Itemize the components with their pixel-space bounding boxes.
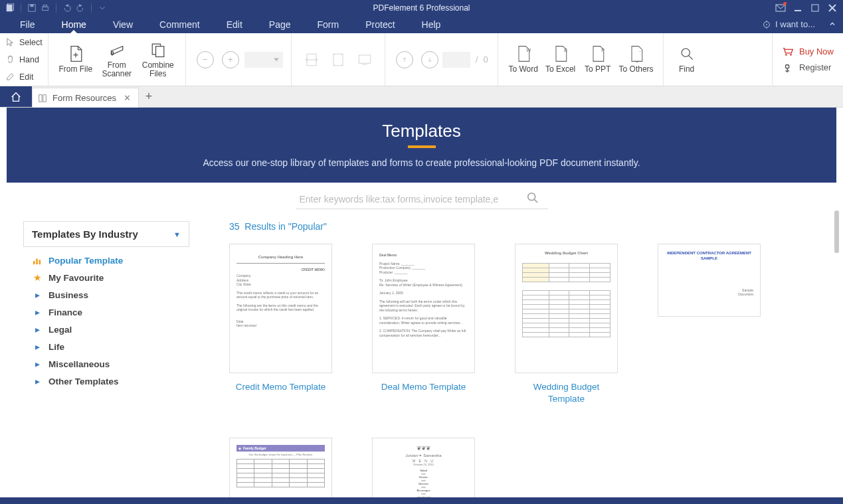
buy-label: Buy Now bbox=[799, 46, 834, 56]
svg-rect-34 bbox=[39, 94, 42, 102]
cat-finance[interactable]: ▸Finance bbox=[26, 303, 187, 321]
tab-form-resources[interactable]: Form Resources ✕ bbox=[32, 88, 139, 108]
svg-rect-35 bbox=[43, 94, 46, 102]
template-card[interactable]: ◆Family Budget Use this budget, keeps th… bbox=[229, 438, 332, 497]
menu-comment[interactable]: Comment bbox=[146, 15, 213, 33]
titlebar-save-icon[interactable] bbox=[27, 3, 37, 13]
template-card[interactable]: INDEPENDENT CONTRACTOR AGREEMENTSAMPLE S… bbox=[658, 244, 761, 404]
template-title: Deal Memo Template bbox=[372, 381, 475, 393]
triangle-icon: ▸ bbox=[33, 307, 42, 317]
popular-icon bbox=[33, 257, 42, 265]
template-card[interactable]: Company Heading Here CREDIT MEMO Company… bbox=[229, 244, 332, 404]
templates-by-industry-dropdown[interactable]: Templates By Industry ▼ bbox=[23, 221, 189, 247]
triangle-icon: ▸ bbox=[33, 324, 42, 335]
cat-business[interactable]: ▸Business bbox=[26, 286, 187, 303]
tab-close-icon[interactable]: ✕ bbox=[122, 93, 133, 103]
menu-form[interactable]: Form bbox=[304, 15, 353, 33]
cat-label: Legal bbox=[48, 325, 72, 335]
i-want-to-button[interactable]: I want to... bbox=[762, 19, 815, 29]
select-tool[interactable]: Select bbox=[5, 35, 43, 50]
template-thumb: Deal Memo Project Name: _______Productio… bbox=[372, 244, 475, 373]
search-input[interactable] bbox=[300, 194, 519, 205]
cat-other-templates[interactable]: ▸Other Templates bbox=[26, 373, 187, 390]
svg-line-30 bbox=[688, 56, 692, 60]
edit-tool[interactable]: Edit bbox=[5, 70, 43, 84]
prev-page-button bbox=[396, 51, 413, 68]
svg-point-29 bbox=[682, 49, 690, 57]
from-file-label: From File bbox=[58, 65, 92, 74]
mail-icon[interactable] bbox=[775, 3, 786, 13]
template-card[interactable]: ❦❦❦Jordan ❧ SamanthaM E N UOctober 23, 2… bbox=[372, 438, 475, 497]
cat-label: Popular Template bbox=[48, 256, 123, 266]
svg-text:W: W bbox=[526, 48, 531, 53]
svg-text:P: P bbox=[601, 48, 605, 53]
triangle-icon: ▸ bbox=[33, 359, 42, 369]
collapse-ribbon-icon[interactable] bbox=[828, 19, 836, 30]
titlebar-dropdown-icon[interactable] bbox=[98, 3, 107, 13]
home-tab-button[interactable] bbox=[0, 86, 32, 107]
edit-label: Edit bbox=[19, 72, 34, 82]
menu-edit[interactable]: Edit bbox=[213, 15, 256, 33]
titlebar-print-icon[interactable] bbox=[41, 3, 50, 13]
new-tab-button[interactable]: + bbox=[139, 86, 159, 107]
menu-view[interactable]: View bbox=[100, 15, 146, 33]
minimize-icon[interactable] bbox=[793, 3, 803, 13]
svg-text:E: E bbox=[564, 48, 567, 53]
close-icon[interactable] bbox=[827, 3, 838, 13]
svg-rect-40 bbox=[39, 260, 41, 264]
from-scanner-label: From Scanner bbox=[96, 61, 138, 78]
to-ppt-button[interactable]: PTo PPT bbox=[579, 37, 616, 83]
cat-label: Other Templates bbox=[48, 377, 119, 386]
cat-miscellaneous[interactable]: ▸Miscellaneous bbox=[26, 355, 187, 373]
cat-label: Miscellaneous bbox=[48, 359, 110, 369]
tab-label: Form Resources bbox=[52, 93, 116, 103]
combine-label: Combine Files bbox=[138, 61, 179, 78]
page-number-field bbox=[442, 52, 470, 68]
buy-now-button[interactable]: Buy Now bbox=[782, 46, 834, 57]
find-label: Find bbox=[679, 65, 694, 74]
menu-help[interactable]: Help bbox=[409, 15, 454, 33]
menu-home[interactable]: Home bbox=[48, 15, 100, 33]
maximize-icon[interactable] bbox=[810, 3, 820, 13]
to-others-label: To Others bbox=[619, 65, 654, 74]
cat-label: Business bbox=[48, 290, 88, 300]
cat-popular-template[interactable]: Popular Template bbox=[26, 252, 187, 269]
cat-label: Finance bbox=[48, 307, 82, 317]
hero-underline bbox=[408, 145, 436, 148]
template-thumb: INDEPENDENT CONTRACTOR AGREEMENTSAMPLE S… bbox=[658, 244, 761, 317]
svg-rect-8 bbox=[812, 5, 818, 11]
template-thumb: Company Heading Here CREDIT MEMO Company… bbox=[229, 244, 332, 373]
menu-page[interactable]: Page bbox=[256, 15, 304, 33]
find-button[interactable]: Find bbox=[670, 37, 703, 83]
zoom-in-button: + bbox=[222, 51, 239, 68]
to-excel-button[interactable]: ETo Excel bbox=[542, 37, 579, 83]
fit-page-button bbox=[325, 37, 351, 83]
register-button[interactable]: Register bbox=[782, 62, 834, 73]
hero-title: Templates bbox=[7, 121, 836, 141]
template-thumb

: ❦❦❦Jordan ❧ SamanthaM E N UOctober 23, 2… bbox=[372, 438, 475, 497]
cat-label: My Favourite bbox=[48, 273, 104, 283]
svg-rect-38 bbox=[33, 261, 35, 264]
undo-icon[interactable] bbox=[62, 3, 72, 13]
search-icon[interactable] bbox=[527, 192, 539, 206]
scrollbar[interactable] bbox=[834, 210, 839, 253]
to-excel-label: To Excel bbox=[545, 65, 575, 74]
combine-files-button[interactable]: Combine Files bbox=[138, 37, 179, 83]
hand-tool[interactable]: Hand bbox=[5, 52, 43, 67]
cat-legal[interactable]: ▸Legal bbox=[26, 321, 187, 338]
svg-text:...: ... bbox=[638, 48, 642, 53]
menu-file[interactable]: File bbox=[7, 15, 48, 33]
from-file-button[interactable]: From File bbox=[55, 37, 96, 83]
count-number: 35 bbox=[229, 221, 240, 232]
template-card[interactable]: Wedding Budget Chart Wedding Budget Temp… bbox=[515, 244, 618, 404]
redo-icon[interactable] bbox=[76, 3, 85, 13]
to-word-button[interactable]: WTo Word bbox=[505, 37, 542, 83]
select-label: Select bbox=[19, 38, 43, 47]
cat-my-favourite[interactable]: ★My Favourite bbox=[26, 269, 187, 286]
menu-protect[interactable]: Protect bbox=[352, 15, 408, 33]
cat-life[interactable]: ▸Life bbox=[26, 338, 187, 355]
to-others-button[interactable]: ...To Others bbox=[616, 37, 656, 83]
from-scanner-button[interactable]: From Scanner bbox=[96, 37, 138, 83]
svg-point-33 bbox=[785, 64, 789, 68]
template-card[interactable]: Deal Memo Project Name: _______Productio… bbox=[372, 244, 475, 404]
